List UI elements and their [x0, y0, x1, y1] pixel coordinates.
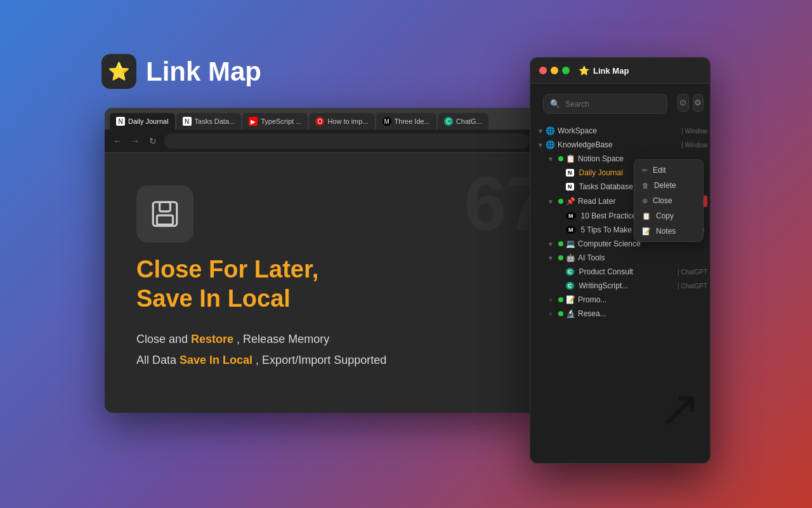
expand-research[interactable]: +	[546, 309, 556, 319]
expand-notion-space[interactable]: ▼	[546, 154, 556, 164]
context-close-icon: ⊗	[642, 197, 648, 205]
5-tips-icon: M	[566, 226, 576, 234]
save-icon-box	[136, 185, 193, 243]
workspace-icon: 🌐	[546, 126, 555, 135]
product-consult-icon: C	[566, 268, 574, 276]
expand-best-practices	[556, 211, 566, 221]
tab-label-2: Tasks Data...	[195, 117, 235, 125]
context-notes[interactable]: 📝 Notes	[634, 224, 703, 239]
nav-refresh-button[interactable]: ↻	[147, 136, 159, 146]
browser-tab-three-ide[interactable]: M Three Ide...	[376, 113, 436, 130]
search-input[interactable]	[565, 100, 660, 109]
ai-tools-label: AI Tools	[578, 253, 707, 262]
expand-workspace[interactable]: ▼	[535, 126, 546, 136]
tab-icon-opera: O	[315, 117, 324, 126]
svg-rect-2	[157, 215, 173, 225]
browser-tab-how-to[interactable]: O How to imp...	[309, 113, 374, 130]
context-delete[interactable]: 🗑 Delete	[634, 178, 703, 193]
research-dot	[558, 311, 563, 316]
browser-tab-typescript[interactable]: ▶ TypeScript ...	[242, 113, 308, 130]
tab-label-3: TypeScript ...	[261, 117, 301, 125]
expand-writing-script	[556, 281, 566, 291]
app-title: Link Map	[146, 57, 261, 87]
url-bar[interactable]	[164, 133, 530, 149]
nav-back-button[interactable]: ←	[111, 136, 124, 146]
tab-icon-notion-1: N	[116, 117, 125, 126]
svg-rect-1	[160, 203, 171, 212]
browser-tab-daily-journal[interactable]: N Daily Journal	[110, 113, 175, 130]
subtext1-pre: Close and	[136, 333, 191, 345]
subtext1-post: , Release Memory	[237, 333, 329, 345]
minimize-button[interactable]	[551, 67, 558, 74]
subtext-2: All Data Save In Local , Export/Import S…	[136, 354, 504, 367]
subtext2-highlight: Save In Local	[180, 354, 252, 366]
expand-knowledgebase[interactable]: ▼	[535, 140, 546, 150]
daily-journal-icon: N	[566, 169, 574, 177]
promo-dot	[558, 297, 563, 302]
workspace-label: WorkSpace	[558, 126, 679, 135]
curl-arrow-1: ↗	[658, 379, 701, 438]
nav-forward-button[interactable]: →	[129, 136, 141, 146]
expand-read-later[interactable]: ▼	[546, 196, 556, 206]
ai-tools-dot	[558, 255, 563, 260]
expand-computer-science[interactable]: ▼	[546, 239, 556, 249]
context-menu: ✏ Edit 🗑 Delete ⊗ Close 📋 Copy 📝 Notes	[634, 159, 704, 242]
expand-5-tips	[556, 225, 566, 235]
settings-button[interactable]: ⚙	[693, 94, 704, 112]
context-edit[interactable]: ✏ Edit	[634, 163, 703, 178]
browser-content: 67 Close For Later, Save In Local Close …	[105, 153, 536, 407]
context-close[interactable]: ⊗ Close	[634, 193, 703, 208]
expand-product-consult	[556, 267, 566, 277]
panel-star-icon: ⭐	[579, 65, 589, 76]
panel-title: ⭐ Link Map	[579, 65, 629, 76]
knowledgebase-label: KnowledgeBase	[558, 140, 679, 149]
product-consult-label: Product Consult	[579, 267, 675, 276]
browser-tab-chatgpt[interactable]: C ChatG...	[438, 113, 488, 130]
read-later-icon: 📌	[566, 197, 575, 206]
radar-button[interactable]: ⊙	[678, 94, 689, 112]
tab-label-6: ChatG...	[456, 117, 482, 125]
browser-nav: ← → ↻	[105, 130, 536, 153]
tree-item-product-consult[interactable]: C Product Consult | ChatGPT	[530, 265, 710, 279]
context-copy[interactable]: 📋 Copy	[634, 208, 703, 224]
cs-icon: 💻	[566, 239, 575, 248]
tree-item-promo[interactable]: + 📝 Promo...	[530, 293, 710, 307]
browser-tabs: N Daily Journal N Tasks Data... ▶ TypeSc…	[105, 108, 536, 130]
tab-icon-medium: M	[383, 117, 391, 126]
tree-item-research[interactable]: + 🔬 Resea...	[530, 307, 710, 321]
panel-titlebar: ⭐ Link Map	[530, 58, 710, 84]
writing-script-icon: C	[566, 282, 574, 290]
subtext2-post: , Export/Import Supported	[256, 354, 386, 366]
expand-ai-tools[interactable]: ▼	[546, 253, 556, 263]
headline-line2: Save In Local	[136, 285, 291, 312]
browser-tab-tasks-data[interactable]: N Tasks Data...	[176, 113, 242, 130]
subtext2-pre: All Data	[136, 354, 180, 366]
context-edit-label: Edit	[653, 166, 666, 175]
promo-icon: 📝	[566, 295, 575, 304]
subtext-1: Close and Restore , Release Memory	[136, 333, 504, 346]
tree-item-knowledgebase[interactable]: ▼ 🌐 KnowledgeBase | Window	[530, 138, 710, 152]
app-header: ⭐ Link Map	[102, 54, 261, 89]
research-label: Resea...	[578, 309, 707, 318]
subtext1-highlight: Restore	[191, 333, 233, 345]
tree-item-writing-script[interactable]: C WritingScript... | ChatGPT	[530, 279, 710, 293]
tree-item-ai-tools[interactable]: ▼ 🤖 AI Tools	[530, 251, 710, 265]
read-later-dot	[558, 199, 563, 204]
context-close-label: Close	[653, 196, 672, 205]
notion-space-dot	[558, 156, 563, 161]
close-button[interactable]	[539, 67, 547, 74]
maximize-button[interactable]	[562, 67, 570, 74]
tab-icon-chatgpt: C	[444, 117, 453, 126]
search-bar: 🔍	[543, 94, 667, 114]
knowledgebase-icon: 🌐	[546, 140, 555, 149]
headline-line1: Close For Later,	[136, 256, 318, 283]
tree-item-workspace[interactable]: ▼ 🌐 WorkSpace | Window	[530, 124, 710, 138]
best-practices-icon: M	[566, 212, 576, 220]
expand-promo[interactable]: +	[546, 295, 556, 305]
knowledgebase-badge: | Window	[681, 142, 707, 149]
tab-icon-notion-2: N	[183, 117, 192, 126]
save-icon	[149, 198, 181, 230]
browser-window: N Daily Journal N Tasks Data... ▶ TypeSc…	[105, 108, 536, 413]
expand-tasks-database	[556, 182, 566, 192]
context-copy-label: Copy	[656, 211, 674, 220]
